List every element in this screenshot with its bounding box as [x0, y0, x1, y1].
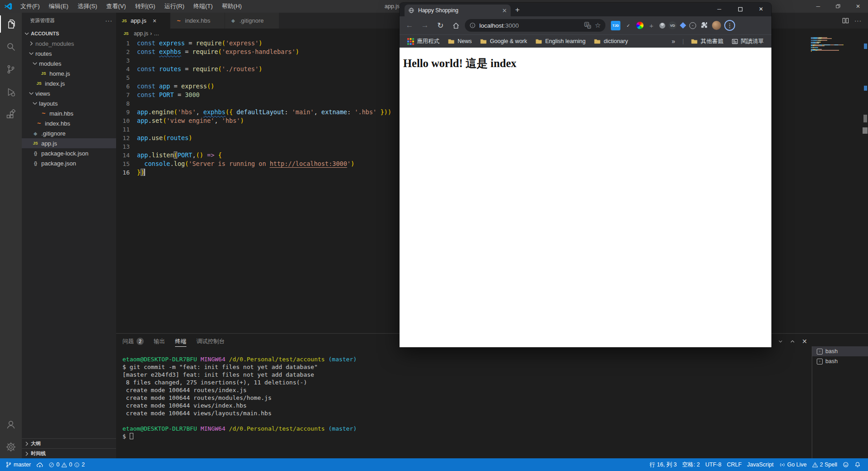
panel-tab-输出[interactable]: 输出	[154, 334, 165, 349]
tree-item-views[interactable]: views	[22, 88, 116, 98]
site-info-icon[interactable]	[469, 22, 476, 29]
new-tab-button[interactable]: +	[515, 5, 520, 15]
bookmark-[interactable]: 應用程式	[404, 35, 443, 48]
vd-extension-icon[interactable]: VD	[668, 21, 677, 29]
tjd-extension-icon[interactable]: TJD	[611, 21, 620, 30]
chrome-maximize-button[interactable]	[730, 3, 751, 15]
tree-item-package-lock.json[interactable]: {}package-lock.json	[22, 148, 116, 158]
status-item-2spell[interactable]: 2 Spell	[809, 458, 840, 471]
menu-item[interactable]: 转到(G)	[131, 0, 160, 13]
silhouette-extension-icon[interactable]	[659, 23, 665, 29]
bookmark-Googlework[interactable]: Google & work	[477, 35, 530, 48]
menu-item[interactable]: 编辑(E)	[44, 0, 73, 13]
status-item-utf8[interactable]: UTF-8	[702, 458, 724, 471]
split-editor-button[interactable]	[842, 17, 849, 24]
terminal-instance[interactable]: ›bash	[812, 356, 868, 366]
minimap[interactable]	[811, 37, 862, 52]
status-item-feedback[interactable]	[840, 458, 852, 471]
git-branch-indicator[interactable]: master	[3, 458, 34, 471]
minimize-button[interactable]: ─	[808, 0, 828, 13]
section-header-accounts[interactable]: ACCOUNTS	[22, 29, 116, 39]
activity-extensions-button[interactable]	[0, 103, 22, 126]
status-item-2[interactable]: 空格: 2	[679, 458, 702, 471]
browser-menu-icon[interactable]: ⋮	[724, 20, 735, 31]
check-extension-icon[interactable]: ✓	[624, 21, 633, 30]
move-extension-icon[interactable]: +	[647, 21, 656, 30]
publish-button[interactable]	[34, 458, 46, 471]
profile-avatar-icon[interactable]	[712, 21, 721, 30]
editor-tab-.gitignore[interactable]: ◆.gitignore	[225, 13, 279, 29]
bookmark-[interactable]: 閱讀清單	[728, 35, 767, 48]
back-button[interactable]: ←	[403, 19, 416, 32]
status-item-javascript[interactable]: JavaScript	[744, 458, 776, 471]
scrollbar-thumb[interactable]	[863, 115, 867, 122]
tree-item-main.hbs[interactable]: ~main.hbs	[22, 108, 116, 118]
tree-item-app.js[interactable]: JSapp.js	[22, 138, 116, 148]
tree-item-layouts[interactable]: layouts	[22, 98, 116, 108]
forward-button[interactable]: →	[419, 19, 431, 32]
panel-tab-调试控制台[interactable]: 调试控制台	[196, 334, 225, 349]
status-item-163[interactable]: 行 16, 列 3	[647, 458, 680, 471]
colorwheel-extension-icon[interactable]	[636, 22, 644, 29]
chrome-close-button[interactable]: ✕	[751, 3, 771, 15]
menu-item[interactable]: 选择(S)	[73, 0, 102, 13]
tree-item-routes[interactable]: routes	[22, 49, 116, 58]
menu-item[interactable]: 运行(R)	[160, 0, 189, 13]
tree-item-label: app.js	[41, 140, 57, 147]
tree-item-index.hbs[interactable]: ~index.hbs	[22, 118, 116, 128]
bookmark-star-icon[interactable]: ☆	[595, 21, 601, 29]
kite-extension-icon[interactable]	[680, 22, 686, 29]
activity-run-debug-button[interactable]	[0, 81, 22, 103]
terminal-dropdown-button[interactable]	[778, 339, 783, 344]
section-header-时间线[interactable]: 时间线	[22, 448, 116, 458]
activity-account-button[interactable]	[0, 413, 22, 436]
restore-button[interactable]	[828, 0, 848, 13]
activity-source-control-button[interactable]	[0, 58, 22, 81]
terminal-output[interactable]: etaom@DESKTOP-DLR7BFU MINGW64 /d/0.Perso…	[122, 355, 809, 458]
face-extension-icon[interactable]: -	[689, 22, 696, 29]
tab-close-button[interactable]: ✕	[502, 7, 507, 14]
tree-item-.gitignore[interactable]: ◆.gitignore	[22, 128, 116, 138]
tree-item-home.js[interactable]: JShome.js	[22, 68, 116, 78]
terminal-instance[interactable]: ›bash	[812, 346, 868, 356]
reload-button[interactable]: ↻	[434, 19, 447, 32]
panel-tab-终端[interactable]: 终端	[175, 334, 186, 349]
translate-icon[interactable]: 文A	[584, 22, 591, 29]
tree-item-modules[interactable]: modules	[22, 58, 116, 68]
tree-item-package.json[interactable]: {}package.json	[22, 158, 116, 168]
close-panel-button[interactable]: ✕	[802, 338, 807, 345]
bookmark-Englishlearning[interactable]: English learning	[532, 35, 589, 48]
status-item-bell[interactable]	[852, 458, 863, 471]
browser-tab[interactable]: Happy Shopping ✕	[405, 5, 511, 16]
menu-item[interactable]: 文件(F)	[16, 0, 44, 13]
activity-search-button[interactable]	[0, 35, 22, 58]
activity-settings-button[interactable]	[0, 436, 22, 458]
bookmark-News[interactable]: News	[444, 35, 475, 48]
more-actions-button[interactable]: ···	[854, 17, 862, 24]
status-item-golive[interactable]: Go Live	[776, 458, 809, 471]
maximize-panel-button[interactable]	[790, 339, 795, 345]
bookmark-dictionary[interactable]: dictionary	[590, 35, 631, 48]
bookmarks-overflow-button[interactable]: »	[668, 38, 679, 45]
menu-item[interactable]: 终端(T)	[189, 0, 217, 13]
editor-tab-app.js[interactable]: JSapp.js×	[116, 13, 171, 29]
tab-close-button[interactable]: ×	[153, 17, 156, 24]
address-bar[interactable]: localhost:3000 文A ☆	[465, 19, 605, 32]
menu-item[interactable]: 帮助(H)	[217, 0, 246, 13]
close-button[interactable]: ✕	[848, 0, 868, 13]
tree-item-nodemodules[interactable]: node_modules	[22, 39, 116, 49]
chrome-minimize-button[interactable]: ─	[709, 3, 730, 15]
problems-indicator[interactable]: 0 0 2	[46, 458, 88, 471]
status-item-crlf[interactable]: CRLF	[724, 458, 745, 471]
bookmark-[interactable]: 其他書籤	[688, 35, 727, 48]
terminal-line: create mode 100644 views/index.hbs	[122, 402, 809, 409]
tree-item-index.js[interactable]: JSindex.js	[22, 78, 116, 88]
editor-tab-index.hbs[interactable]: ~index.hbs	[171, 13, 225, 29]
extensions-puzzle-icon[interactable]	[699, 21, 709, 30]
home-button[interactable]	[449, 19, 462, 32]
panel-tab-问题[interactable]: 问题2	[122, 334, 144, 349]
menu-item[interactable]: 查看(V)	[102, 0, 130, 13]
sidebar-more-actions-button[interactable]: ···	[105, 17, 112, 24]
activity-explorer-button[interactable]	[0, 13, 22, 35]
section-header-大纲[interactable]: 大纲	[22, 438, 116, 448]
